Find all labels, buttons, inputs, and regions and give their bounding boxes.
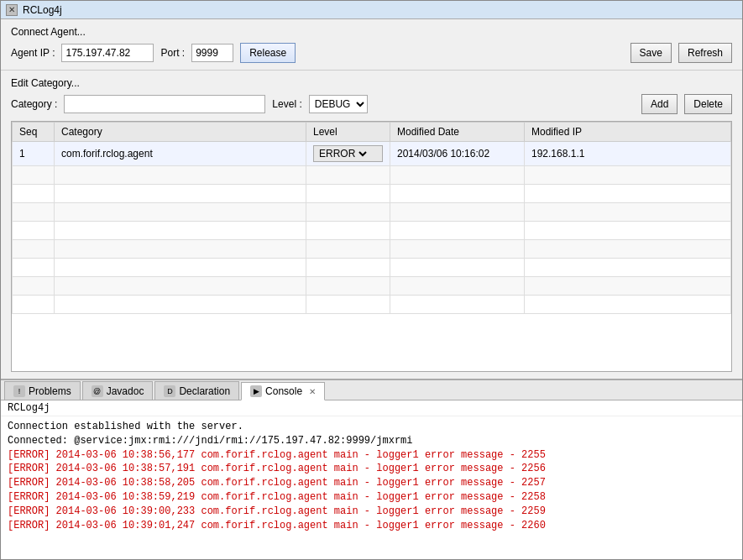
window-title: RCLog4j <box>23 4 62 16</box>
edit-row: Category : Level : DEBUG INFO WARN ERROR… <box>11 94 732 114</box>
console-line: [ERROR] 2014-03-06 10:38:59,219 com.fori… <box>8 490 735 505</box>
table-row-empty <box>13 296 731 314</box>
tab-console[interactable]: ▶ Console ✕ <box>241 382 325 400</box>
delete-button[interactable]: Delete <box>684 94 732 114</box>
category-label: Category : <box>11 98 57 110</box>
save-button[interactable]: Save <box>631 43 672 63</box>
tab-javadoc[interactable]: @ Javadoc <box>82 381 154 400</box>
tab-javadoc-label: Javadoc <box>107 385 144 397</box>
problems-icon: ! <box>13 385 25 397</box>
console-close-icon[interactable]: ✕ <box>309 387 316 396</box>
console-line: [ERROR] 2014-03-06 10:38:56,177 com.fori… <box>8 448 735 463</box>
tab-console-label: Console <box>265 385 302 397</box>
connect-row: Agent IP : Port : Release Save Refresh <box>11 43 732 63</box>
col-seq: Seq <box>13 123 55 142</box>
table-row-empty <box>13 259 731 277</box>
table-row-empty <box>13 185 731 203</box>
edit-section: Edit Category... Category : Level : DEBU… <box>1 71 742 118</box>
close-button[interactable]: ✕ <box>6 4 18 16</box>
tab-declaration-label: Declaration <box>179 385 230 397</box>
add-button[interactable]: Add <box>641 94 678 114</box>
data-table: Seq Category Level Modified Date Modifie… <box>12 122 731 314</box>
connect-section-label: Connect Agent... <box>11 26 732 38</box>
col-level: Level <box>306 123 390 142</box>
connect-panel: Connect Agent... Agent IP : Port : Relea… <box>1 19 742 71</box>
cell-modified-ip: 192.168.1.1 <box>525 142 731 166</box>
console-line: Connection established with the server. <box>8 420 735 434</box>
tab-bar: ! Problems @ Javadoc D Declaration ▶ Con… <box>1 380 742 400</box>
console-line: [ERROR] 2014-03-06 10:39:01,247 com.fori… <box>8 519 735 533</box>
table-row-empty <box>13 277 731 296</box>
cell-seq: 1 <box>13 142 55 166</box>
tab-problems[interactable]: ! Problems <box>4 381 81 400</box>
port-input[interactable] <box>191 44 233 62</box>
col-category: Category <box>55 123 306 142</box>
level-cell-select[interactable]: DEBUG INFO WARN ERROR <box>316 147 369 160</box>
cell-level: DEBUG INFO WARN ERROR <box>306 142 390 166</box>
console-line: [ERROR] 2014-03-06 10:38:58,205 com.fori… <box>8 476 735 490</box>
release-button[interactable]: Release <box>240 43 296 63</box>
console-title: RCLog4j <box>1 400 742 416</box>
table-row-empty <box>13 222 731 240</box>
console-line: Connected: @service:jmx:rmi:///jndi/rmi:… <box>8 434 735 448</box>
console-output: Connection established with the server.C… <box>1 416 742 559</box>
category-input[interactable] <box>64 95 265 113</box>
cell-modified-date: 2014/03/06 10:16:02 <box>390 142 525 166</box>
table-row-empty <box>13 240 731 259</box>
console-icon: ▶ <box>250 385 262 397</box>
level-select[interactable]: DEBUG INFO WARN ERROR <box>310 96 367 113</box>
agent-ip-label: Agent IP : <box>11 47 55 59</box>
tab-declaration[interactable]: D Declaration <box>154 381 239 400</box>
port-label: Port : <box>160 47 185 59</box>
agent-ip-input[interactable] <box>61 44 154 62</box>
col-modified-ip: Modified IP <box>525 123 731 142</box>
table-row: 1com.forif.rclog.agent DEBUG INFO WARN E… <box>13 142 731 166</box>
bottom-panel: ! Problems @ Javadoc D Declaration ▶ Con… <box>1 379 742 559</box>
javadoc-icon: @ <box>92 385 103 397</box>
edit-section-label: Edit Category... <box>11 77 732 89</box>
table-row-empty <box>13 166 731 185</box>
level-label: Level : <box>272 98 301 110</box>
cell-category: com.forif.rclog.agent <box>55 142 306 166</box>
level-cell-dropdown: DEBUG INFO WARN ERROR <box>313 145 383 162</box>
main-window: ✕ RCLog4j Connect Agent... Agent IP : Po… <box>0 0 743 560</box>
level-select-wrapper: DEBUG INFO WARN ERROR <box>309 95 368 113</box>
console-line: [ERROR] 2014-03-06 10:39:00,233 com.fori… <box>8 505 735 519</box>
title-bar: ✕ RCLog4j <box>1 1 742 19</box>
table-row-empty <box>13 203 731 222</box>
console-line: [ERROR] 2014-03-06 10:38:57,191 com.fori… <box>8 462 735 476</box>
col-modified-date: Modified Date <box>390 123 525 142</box>
tab-problems-label: Problems <box>29 385 71 397</box>
main-content: Connect Agent... Agent IP : Port : Relea… <box>1 19 742 559</box>
table-area: Seq Category Level Modified Date Modifie… <box>11 121 732 372</box>
refresh-button[interactable]: Refresh <box>678 43 732 63</box>
declaration-icon: D <box>164 385 175 397</box>
